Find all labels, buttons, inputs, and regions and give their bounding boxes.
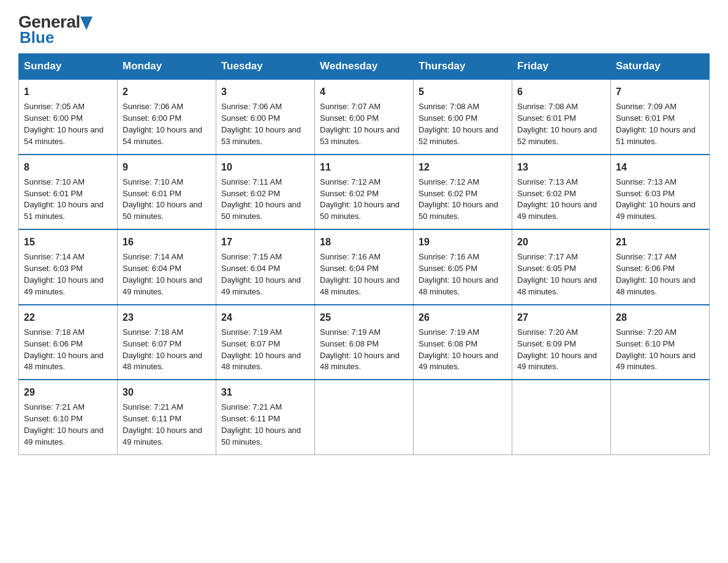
day-daylight: Daylight: 10 hours and 53 minutes. [221, 125, 301, 146]
calendar-cell [315, 380, 414, 454]
calendar-cell: 1 Sunrise: 7:05 AM Sunset: 6:00 PM Dayli… [19, 79, 118, 155]
day-sunset: Sunset: 6:04 PM [320, 264, 379, 273]
day-sunrise: Sunrise: 7:14 AM [24, 252, 85, 261]
day-daylight: Daylight: 10 hours and 48 minutes. [616, 275, 696, 296]
day-daylight: Daylight: 10 hours and 48 minutes. [221, 351, 301, 372]
day-daylight: Daylight: 10 hours and 49 minutes. [517, 200, 597, 221]
day-sunset: Sunset: 6:02 PM [517, 189, 576, 198]
day-number: 31 [221, 385, 309, 399]
week-row-4: 22 Sunrise: 7:18 AM Sunset: 6:06 PM Dayl… [19, 305, 710, 380]
day-daylight: Daylight: 10 hours and 50 minutes. [123, 200, 202, 221]
day-sunrise: Sunrise: 7:17 AM [517, 252, 578, 261]
calendar-cell: 3 Sunrise: 7:06 AM Sunset: 6:00 PM Dayli… [216, 79, 315, 155]
day-sunset: Sunset: 6:06 PM [24, 339, 83, 348]
day-number: 28 [616, 310, 704, 324]
day-sunrise: Sunrise: 7:15 AM [221, 252, 282, 261]
day-sunset: Sunset: 6:01 PM [616, 113, 675, 123]
day-daylight: Daylight: 10 hours and 49 minutes. [123, 426, 202, 446]
day-daylight: Daylight: 10 hours and 52 minutes. [419, 125, 498, 146]
calendar-cell: 25 Sunrise: 7:19 AM Sunset: 6:08 PM Dayl… [315, 305, 414, 380]
calendar-cell: 17 Sunrise: 7:15 AM Sunset: 6:04 PM Dayl… [216, 229, 315, 305]
calendar-cell: 4 Sunrise: 7:07 AM Sunset: 6:00 PM Dayli… [315, 79, 414, 155]
week-row-3: 15 Sunrise: 7:14 AM Sunset: 6:03 PM Dayl… [19, 229, 710, 305]
day-daylight: Daylight: 10 hours and 48 minutes. [517, 275, 597, 296]
day-sunrise: Sunrise: 7:06 AM [123, 102, 183, 111]
calendar-cell: 20 Sunrise: 7:17 AM Sunset: 6:05 PM Dayl… [512, 229, 611, 305]
calendar-cell: 7 Sunrise: 7:09 AM Sunset: 6:01 PM Dayli… [611, 79, 710, 155]
day-number: 22 [24, 310, 112, 324]
weekday-header-sunday: Sunday [19, 54, 118, 80]
day-sunrise: Sunrise: 7:10 AM [24, 177, 85, 186]
weekday-header-row: SundayMondayTuesdayWednesdayThursdayFrid… [19, 54, 710, 80]
weekday-header-tuesday: Tuesday [216, 54, 315, 80]
calendar-cell: 18 Sunrise: 7:16 AM Sunset: 6:04 PM Dayl… [315, 229, 414, 305]
day-daylight: Daylight: 10 hours and 50 minutes. [419, 200, 498, 221]
day-sunset: Sunset: 6:09 PM [517, 339, 576, 348]
day-sunset: Sunset: 6:02 PM [419, 189, 477, 198]
day-number: 8 [24, 160, 112, 174]
day-number: 30 [123, 385, 211, 399]
calendar-cell: 24 Sunrise: 7:19 AM Sunset: 6:07 PM Dayl… [216, 305, 315, 380]
calendar-cell: 2 Sunrise: 7:06 AM Sunset: 6:00 PM Dayli… [118, 79, 216, 155]
calendar-cell: 9 Sunrise: 7:10 AM Sunset: 6:01 PM Dayli… [118, 155, 216, 230]
day-sunset: Sunset: 6:10 PM [616, 339, 675, 348]
day-number: 17 [221, 235, 309, 249]
day-daylight: Daylight: 10 hours and 49 minutes. [419, 351, 498, 372]
day-number: 13 [517, 160, 605, 174]
page-header: General Blue [18, 12, 710, 47]
day-daylight: Daylight: 10 hours and 48 minutes. [123, 351, 202, 372]
day-number: 10 [221, 160, 309, 174]
calendar-cell: 16 Sunrise: 7:14 AM Sunset: 6:04 PM Dayl… [118, 229, 216, 305]
day-number: 29 [24, 385, 112, 399]
day-number: 26 [419, 310, 507, 324]
calendar-cell: 27 Sunrise: 7:20 AM Sunset: 6:09 PM Dayl… [512, 305, 611, 380]
calendar-cell: 19 Sunrise: 7:16 AM Sunset: 6:05 PM Dayl… [414, 229, 512, 305]
logo: General Blue [18, 12, 93, 47]
day-sunrise: Sunrise: 7:10 AM [123, 177, 183, 186]
day-sunrise: Sunrise: 7:12 AM [419, 177, 479, 186]
day-daylight: Daylight: 10 hours and 48 minutes. [419, 275, 498, 296]
calendar-cell: 26 Sunrise: 7:19 AM Sunset: 6:08 PM Dayl… [414, 305, 512, 380]
day-daylight: Daylight: 10 hours and 50 minutes. [221, 200, 301, 221]
day-sunrise: Sunrise: 7:13 AM [517, 177, 578, 186]
day-sunrise: Sunrise: 7:19 AM [221, 327, 282, 337]
day-sunrise: Sunrise: 7:20 AM [517, 327, 578, 337]
day-sunset: Sunset: 6:10 PM [24, 414, 83, 423]
day-number: 12 [419, 160, 507, 174]
calendar-cell: 5 Sunrise: 7:08 AM Sunset: 6:00 PM Dayli… [414, 79, 512, 155]
day-daylight: Daylight: 10 hours and 53 minutes. [320, 125, 400, 146]
day-sunrise: Sunrise: 7:08 AM [419, 102, 479, 111]
day-daylight: Daylight: 10 hours and 49 minutes. [616, 351, 696, 372]
day-sunrise: Sunrise: 7:19 AM [320, 327, 381, 337]
calendar-cell: 11 Sunrise: 7:12 AM Sunset: 6:02 PM Dayl… [315, 155, 414, 230]
day-sunrise: Sunrise: 7:08 AM [517, 102, 578, 111]
day-sunset: Sunset: 6:01 PM [123, 189, 181, 198]
day-sunrise: Sunrise: 7:12 AM [320, 177, 381, 186]
day-sunrise: Sunrise: 7:13 AM [616, 177, 677, 186]
day-daylight: Daylight: 10 hours and 49 minutes. [24, 426, 104, 446]
day-sunset: Sunset: 6:05 PM [517, 264, 576, 273]
day-number: 11 [320, 160, 408, 174]
day-sunset: Sunset: 6:03 PM [616, 189, 675, 198]
calendar-cell: 8 Sunrise: 7:10 AM Sunset: 6:01 PM Dayli… [19, 155, 118, 230]
day-daylight: Daylight: 10 hours and 49 minutes. [616, 200, 696, 221]
day-daylight: Daylight: 10 hours and 50 minutes. [320, 200, 400, 221]
weekday-header-friday: Friday [512, 54, 611, 80]
weekday-header-saturday: Saturday [611, 54, 710, 80]
calendar-cell [611, 380, 710, 454]
day-number: 5 [419, 85, 507, 99]
day-number: 23 [123, 310, 211, 324]
day-number: 1 [24, 85, 112, 99]
day-number: 14 [616, 160, 704, 174]
day-number: 21 [616, 235, 704, 249]
day-number: 7 [616, 85, 704, 99]
day-sunset: Sunset: 6:00 PM [221, 113, 280, 123]
calendar-cell: 6 Sunrise: 7:08 AM Sunset: 6:01 PM Dayli… [512, 79, 611, 155]
day-number: 24 [221, 310, 309, 324]
day-number: 19 [419, 235, 507, 249]
calendar-cell [512, 380, 611, 454]
day-sunrise: Sunrise: 7:18 AM [24, 327, 85, 337]
calendar-cell [414, 380, 512, 454]
calendar-cell: 10 Sunrise: 7:11 AM Sunset: 6:02 PM Dayl… [216, 155, 315, 230]
calendar-table: SundayMondayTuesdayWednesdayThursdayFrid… [18, 53, 710, 455]
